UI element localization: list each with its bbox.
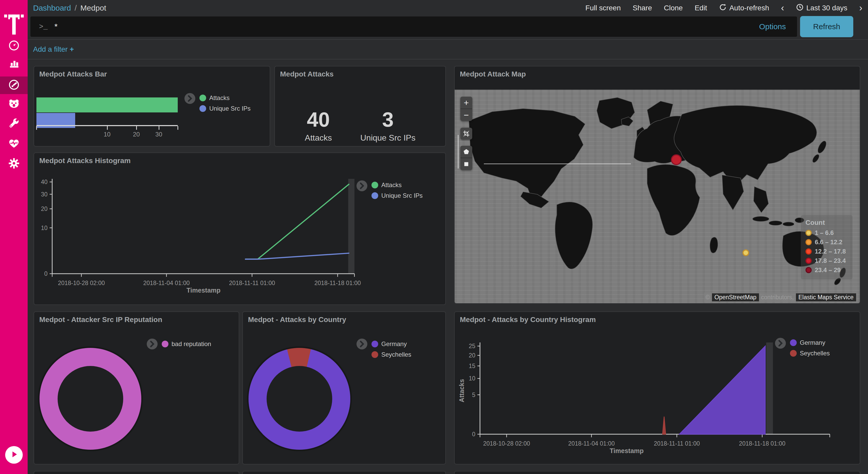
legend-dot: [805, 239, 812, 245]
sidebar-item-dashboard[interactable]: [0, 77, 28, 94]
legend: Germany Seychelles: [371, 340, 411, 358]
legend-item-germany[interactable]: Germany: [371, 340, 411, 348]
panel-src-ip-reputation: Medpot - Attacker Src IP Reputation bad …: [34, 312, 239, 465]
draw-rectangle-button[interactable]: [460, 158, 472, 170]
filter-bar: Add a filter +: [28, 40, 868, 58]
legend-item: 12.2 – 17.8: [805, 248, 848, 255]
legend: Germany Seychelles: [790, 339, 830, 357]
panel-attacks-by-country: Medpot - Attacks by Country Germany Seyc…: [242, 312, 446, 465]
breadcrumb-dashboard-link[interactable]: Dashboard: [33, 4, 71, 12]
openstreetmap-link[interactable]: OpenStreetMap: [712, 293, 759, 301]
query-options-link[interactable]: Options: [759, 22, 786, 31]
map-point-indian-ocean[interactable]: [742, 249, 749, 256]
panel-attacks-histogram: Medpot Attacks Histogram 0102030402018-1…: [34, 152, 446, 305]
legend-title: Count: [805, 219, 848, 227]
play-icon: [9, 450, 18, 460]
legend-collapse-button[interactable]: [356, 338, 367, 349]
pentagon-icon: [463, 148, 470, 155]
line-chart: 0102030402018-10-28 02:002018-11-04 01:0…: [34, 153, 445, 304]
svg-text:15: 15: [469, 363, 475, 369]
panel-title: Medpot - Attacker Src IP Reputation: [39, 316, 162, 324]
sidebar-item-discover[interactable]: [0, 37, 28, 55]
legend-item-seychelles[interactable]: Seychelles: [371, 351, 411, 358]
telekom-logo[interactable]: [4, 14, 24, 37]
sidebar-item-monitoring[interactable]: [0, 135, 28, 153]
legend-item-bad-reputation[interactable]: bad reputation: [162, 340, 211, 348]
world-map[interactable]: + − Count 1 – 6.6: [455, 90, 860, 303]
legend-item-unique-src-ips[interactable]: Unique Src IPs: [199, 105, 251, 112]
x-axis-label: Timestamp: [610, 447, 644, 455]
legend-item-seychelles[interactable]: Seychelles: [790, 350, 830, 357]
metric-label: Attacks: [305, 133, 332, 143]
legend-item-unique-src-ips[interactable]: Unique Src IPs: [371, 192, 423, 199]
legend-collapse-button[interactable]: [147, 338, 158, 349]
legend-item-attacks[interactable]: Attacks: [371, 181, 423, 189]
svg-text:25: 25: [469, 343, 475, 349]
legend: Attacks Unique Src IPs: [371, 181, 423, 199]
map-fit-data-button[interactable]: [460, 128, 472, 140]
legend-collapse-button[interactable]: [184, 93, 195, 104]
panel-partial-1: [34, 471, 239, 474]
sidebar-item-management[interactable]: [0, 155, 28, 173]
metric-value: 40: [305, 108, 332, 131]
timelion-bear-icon: [8, 98, 20, 111]
full-screen-button[interactable]: Full screen: [585, 4, 621, 12]
breadcrumb-separator: /: [75, 4, 77, 12]
bar-attacks[interactable]: [36, 97, 178, 112]
legend-dot: [371, 182, 378, 188]
share-button[interactable]: Share: [633, 4, 652, 12]
legend-item: 1 – 6.6: [805, 229, 848, 236]
plus-icon: +: [70, 45, 74, 53]
app-sidebar: [0, 0, 28, 474]
refresh-cycle-icon: [719, 3, 727, 13]
legend-dot: [199, 105, 206, 112]
map-point-germany[interactable]: [671, 154, 682, 165]
map-zoom-controls: + −: [460, 97, 472, 121]
dashboard-actions-menu: Full screen Share Clone Edit Auto-refres…: [585, 0, 862, 16]
time-range-forward-button[interactable]: ›: [859, 3, 862, 13]
map-zoom-slider[interactable]: [458, 135, 459, 169]
legend-dot: [805, 258, 812, 264]
legend-collapse-button[interactable]: [356, 180, 367, 191]
top-navigation-bar: Dashboard / Medpot Full screen Share Clo…: [28, 0, 868, 16]
query-value: *: [55, 22, 759, 32]
panel-attacks-metric: Medpot Attacks 40 Attacks 3 Unique Src I…: [274, 66, 446, 147]
svg-text:2018-11-11 01:00: 2018-11-11 01:00: [229, 279, 275, 286]
draw-polygon-button[interactable]: [460, 146, 472, 158]
gear-icon: [8, 157, 20, 170]
edit-button[interactable]: Edit: [695, 4, 707, 12]
auto-refresh-button[interactable]: Auto-refresh: [719, 3, 769, 13]
dashboard-gauge-icon: [8, 79, 20, 92]
add-filter-link[interactable]: Add a filter +: [33, 45, 74, 54]
search-input[interactable]: >_ * Options: [30, 17, 797, 37]
sidebar-collapse-button[interactable]: [5, 446, 23, 464]
map-zoom-out-button[interactable]: −: [460, 109, 472, 121]
time-range-back-button[interactable]: ‹: [781, 3, 784, 13]
legend-item-germany[interactable]: Germany: [790, 339, 830, 346]
sidebar-item-visualize[interactable]: [0, 56, 28, 73]
metric-group: 40 Attacks 3 Unique Src IPs: [275, 108, 445, 143]
query-prompt-icon: >_: [39, 23, 48, 31]
panel-title: Medpot Attack Map: [460, 70, 526, 78]
panel-title: Medpot - Attacks by Country: [248, 316, 346, 324]
clone-button[interactable]: Clone: [664, 4, 683, 12]
donut-hole: [267, 366, 332, 432]
time-range-picker[interactable]: Last 30 days: [796, 3, 847, 13]
refresh-button[interactable]: Refresh: [800, 16, 853, 37]
map-draw-controls: [460, 146, 472, 170]
svg-text:2018-10-28 02:00: 2018-10-28 02:00: [58, 279, 105, 286]
legend-dot: [162, 340, 168, 347]
sidebar-item-dev-tools[interactable]: [0, 115, 28, 133]
map-attribution: © OpenStreetMap contributors, Elastic Ma…: [704, 293, 858, 302]
map-zoom-in-button[interactable]: +: [460, 97, 472, 109]
panel-attack-map: Medpot Attack Map: [454, 66, 860, 304]
legend-item-attacks[interactable]: Attacks: [199, 94, 251, 101]
elastic-maps-service-link[interactable]: Elastic Maps Service: [796, 293, 856, 301]
panel-partial-3: [454, 471, 860, 474]
legend-dot: [199, 95, 206, 101]
svg-text:40: 40: [41, 179, 48, 185]
panel-partial-2: [242, 471, 446, 474]
sidebar-item-timelion[interactable]: [0, 95, 28, 113]
query-bar: >_ * Options Refresh: [28, 16, 868, 40]
legend-collapse-button[interactable]: [775, 338, 786, 349]
